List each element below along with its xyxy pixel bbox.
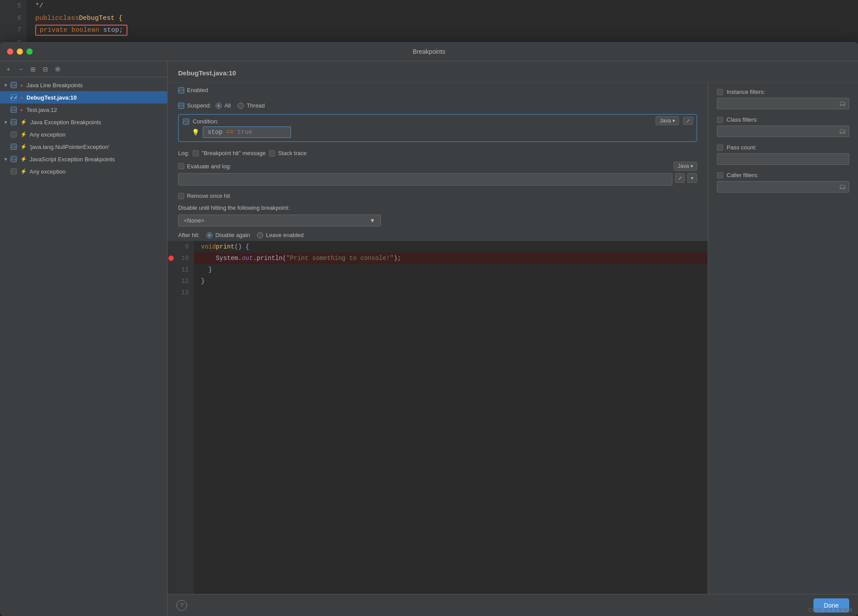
evaluate-checkbox-wrapper[interactable]: Evaluate and log: (178, 163, 231, 170)
maximize-button[interactable] (26, 48, 33, 55)
js-any-exception-icon: ⚡ (20, 168, 27, 174)
all-radio-wrapper[interactable]: All (216, 102, 231, 109)
class-filter-input[interactable]: 🗂 (717, 126, 849, 137)
thread-radio[interactable] (238, 103, 244, 109)
class-filter-input-row: 🗂 (717, 126, 849, 137)
instance-filter-label: Instance filters: (727, 89, 765, 95)
remove-once-hit-checkbox[interactable] (178, 193, 184, 199)
line-13: 13 (168, 287, 194, 298)
suspend-label: Suspend: (187, 102, 211, 109)
line-9: 9 (168, 241, 194, 252)
js-exception-chevron: ▼ (4, 157, 8, 162)
stack-trace-checkbox[interactable] (269, 150, 275, 156)
remove-once-hit-wrapper[interactable]: Remove once hit (178, 193, 230, 199)
suspend-checkbox-wrapper[interactable]: ✓ Suspend: (178, 102, 211, 109)
condition-label: Condition: (193, 118, 219, 125)
caller-filter-label: Caller filters: (727, 172, 758, 178)
disable-until-row: Disable until hitting the following brea… (168, 202, 708, 241)
leave-enabled-label: Leave enabled (266, 232, 303, 238)
bulb-icon: 💡 (192, 129, 199, 136)
breakpoints-dialog: Breakpoints + − ⊞ ⊟ (0, 42, 858, 616)
condition-input[interactable]: stop == true (203, 126, 291, 138)
null-pointer-label: 'java.lang.NullPointerException' (30, 144, 109, 150)
instance-filter-input[interactable]: 🗂 (717, 98, 849, 109)
condition-checkbox[interactable]: ✓ (183, 119, 189, 125)
caller-filter-checkbox[interactable] (717, 172, 723, 178)
close-button[interactable] (7, 48, 13, 55)
condition-box: ✓ Condition: 💡 stop == true Java ▾ (178, 114, 697, 142)
class-folder-icon: 🗂 (839, 127, 846, 135)
test-java-label: Test.java:12 (26, 107, 57, 113)
minimize-button[interactable] (17, 48, 23, 55)
js-exception-checkbox[interactable]: ✓ (11, 156, 17, 162)
leave-enabled-wrapper[interactable]: Leave enabled (257, 232, 303, 238)
enabled-checkbox-wrapper[interactable]: ✓ Enabled (178, 87, 208, 93)
any-exception-label: Any exception (30, 131, 66, 138)
evaluate-checkbox[interactable] (178, 163, 184, 169)
evaluate-input[interactable] (178, 173, 672, 186)
condition-true: true (237, 129, 252, 136)
dropdown-arrow: ▼ (369, 217, 375, 224)
condition-lang-dropdown[interactable]: Java ▾ (656, 117, 679, 124)
enabled-checkbox[interactable]: ✓ (178, 87, 184, 93)
java-line-breakpoints-header[interactable]: ▼ ✓ ● Java Line Breakpoints (0, 79, 167, 91)
test-java-checkbox[interactable]: ✓ (11, 107, 17, 113)
instance-filter-group: Instance filters: 🗂 (717, 89, 849, 109)
thread-label: Thread (246, 102, 265, 109)
log-message-option[interactable]: "Breakpoint hit" message (193, 150, 265, 156)
left-toolbar: + − ⊞ ⊟ (0, 61, 167, 77)
help-button[interactable]: ? (176, 600, 187, 611)
group-button[interactable]: ⊞ (28, 64, 38, 74)
settings-button[interactable] (53, 64, 63, 74)
window-controls (7, 48, 33, 55)
debug-test-breakpoint[interactable]: ✓ ● DebugTest.java:10 (0, 91, 167, 104)
after-hit-label: After hit: (178, 232, 199, 238)
java-exception-header[interactable]: ▼ ✓ ⚡ Java Exception Breakpoints (0, 116, 167, 128)
all-radio[interactable] (216, 103, 222, 109)
watermark: CSDN @充充爱健身 (809, 607, 853, 613)
all-label: All (224, 102, 231, 109)
code-line-13 (194, 287, 708, 298)
pass-count-input[interactable] (717, 153, 849, 165)
js-any-exception-label: Any exception (30, 168, 66, 175)
java-exception-checkbox[interactable]: ✓ (11, 119, 17, 125)
evaluate-dropdown-btn[interactable]: ▾ (687, 173, 697, 183)
js-any-exception-checkbox[interactable] (11, 168, 17, 174)
leave-enabled-radio[interactable] (257, 232, 263, 238)
condition-expand-btn[interactable]: ⤢ (683, 117, 693, 124)
test-java-breakpoint[interactable]: ✓ ● Test.java:12 (0, 104, 167, 116)
debug-test-bp-icon: ● (20, 95, 23, 100)
java-line-checkbox[interactable]: ✓ (11, 82, 17, 88)
caller-filter-input[interactable]: 🗂 (717, 181, 849, 193)
disable-again-radio[interactable] (206, 232, 213, 238)
evaluate-lang-dropdown[interactable]: Java ▾ (674, 162, 697, 171)
expand-icon[interactable]: ⤢ (683, 117, 693, 125)
pass-count-checkbox[interactable] (717, 145, 723, 151)
js-exception-header[interactable]: ▼ ✓ ⚡ JavaScript Exception Breakpoints (0, 153, 167, 165)
js-exception-icon: ⚡ (20, 156, 27, 162)
caller-filter-input-row: 🗂 (717, 181, 849, 193)
disable-again-wrapper[interactable]: Disable again (206, 232, 250, 238)
suspend-checkbox[interactable]: ✓ (178, 103, 184, 109)
evaluate-expand-btn[interactable]: ⤢ (675, 173, 685, 183)
thread-radio-wrapper[interactable]: Thread (238, 102, 265, 109)
instance-filter-checkbox[interactable] (717, 89, 723, 95)
null-pointer-checkbox[interactable]: ✓ (11, 144, 17, 150)
remove-breakpoint-button[interactable]: − (16, 64, 26, 74)
ungroup-button[interactable]: ⊟ (41, 64, 50, 74)
none-dropdown[interactable]: <None> ▼ (178, 215, 381, 226)
log-message-checkbox[interactable] (193, 150, 199, 156)
any-exception-checkbox[interactable] (11, 131, 17, 137)
java-lang-btn[interactable]: Java ▾ (656, 116, 679, 125)
debug-test-checkbox[interactable]: ✓ (11, 94, 17, 100)
null-pointer-item[interactable]: ✓ ⚡ 'java.lang.NullPointerException' (0, 141, 167, 153)
add-breakpoint-button[interactable]: + (4, 64, 13, 74)
any-exception-item[interactable]: ⚡ Any exception (0, 128, 167, 141)
bg-code-line-7: private boolean stop; (35, 24, 858, 37)
instance-folder-icon: 🗂 (839, 100, 846, 108)
stack-trace-option[interactable]: Stack trace (269, 150, 306, 156)
class-filter-checkbox[interactable] (717, 117, 723, 123)
js-any-exception-item[interactable]: ⚡ Any exception (0, 165, 167, 178)
evaluate-input-row: ⤢ ▾ (168, 173, 708, 190)
bg-code-line-6: public class DebugTest { (35, 12, 858, 25)
